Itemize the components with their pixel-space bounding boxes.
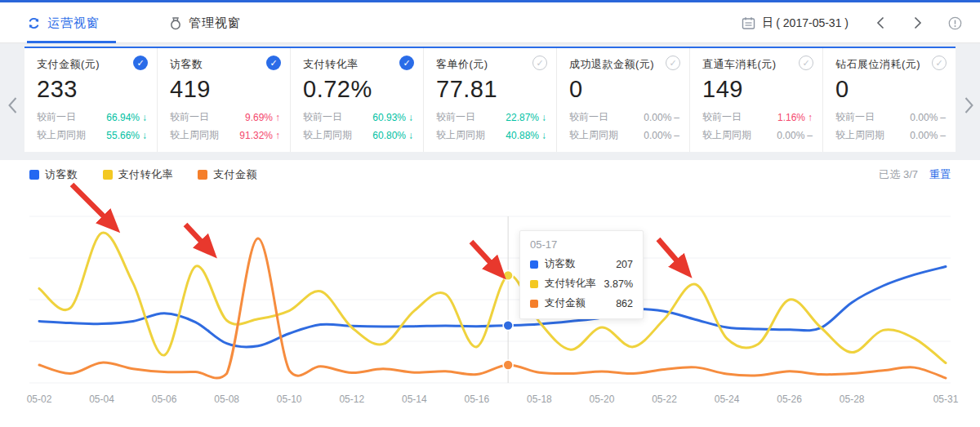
metric-compare-row: 较上周同期0.00%	[702, 128, 813, 142]
compare-value: 60.93%	[372, 112, 413, 123]
metric-card-6[interactable]: 直通车消耗(元)✓149较前一日1.16%较上周同期0.00%	[690, 48, 823, 152]
metric-compare-row: 较上周同期0.00%	[569, 128, 679, 142]
x-axis-label: 05-06	[152, 394, 177, 405]
compare-percent: 66.94%	[106, 112, 140, 123]
trend-up-icon	[273, 130, 280, 141]
metric-card-4[interactable]: 客单价(元)✓77.81较前一日22.87%较上周同期40.88%	[424, 48, 557, 152]
header: 运营视窗管理视窗 日 ( 2017-05-31 )	[0, 0, 980, 43]
highlight-dot-支付金额	[503, 360, 513, 370]
metric-value: 233	[37, 76, 147, 103]
trend-flat-icon	[938, 130, 946, 141]
metric-value: 0	[835, 76, 946, 103]
compare-percent: 22.87%	[506, 112, 539, 123]
check-circle-icon[interactable]: ✓	[266, 56, 281, 70]
metric-title: 直通车消耗(元)	[702, 57, 813, 72]
check-circle-icon[interactable]: ✓	[799, 56, 813, 70]
x-axis-label: 05-16	[465, 394, 490, 405]
tab-operations[interactable]: 运营视窗	[27, 2, 124, 43]
tooltip-value: 3.87%	[604, 278, 633, 290]
compare-label: 较上周同期	[569, 128, 644, 142]
date-prev-button[interactable]	[876, 16, 885, 29]
top-accent-bar	[0, 0, 980, 2]
check-circle-icon[interactable]: ✓	[399, 56, 414, 70]
compare-value: 0.00%	[644, 112, 679, 123]
metric-card-3[interactable]: 支付转化率✓0.72%较前一日60.93%较上周同期60.80%	[291, 48, 424, 152]
management-view-icon	[169, 16, 182, 30]
compare-value: 0.00%	[644, 130, 679, 141]
x-axis-label: 05-14	[402, 394, 427, 405]
compare-label: 较前一日	[303, 110, 372, 124]
chart-panel: 访客数支付转化率支付金额 已选 3/7 重置 05-0205-0405-0605…	[0, 160, 980, 427]
x-axis-label: 05-02	[27, 394, 52, 405]
chart-svg[interactable]: 05-0205-0405-0605-0805-1005-1205-1405-16…	[0, 160, 980, 427]
compare-value: 1.16%	[777, 112, 813, 123]
info-icon[interactable]	[948, 16, 962, 30]
tab-label: 运营视窗	[47, 16, 100, 31]
date-next-button[interactable]	[913, 16, 922, 29]
check-circle-icon[interactable]: ✓	[666, 56, 680, 70]
date-toolbar: 日 ( 2017-05-31 )	[742, 2, 962, 43]
metric-card-1[interactable]: 支付金额(元)✓233较前一日66.94%较上周同期55.66%	[24, 48, 158, 152]
metric-compare-row: 较上周同期40.88%	[436, 128, 546, 142]
check-circle-icon[interactable]: ✓	[532, 56, 547, 70]
annotation-arrow	[658, 239, 685, 270]
metric-card-2[interactable]: 访客数✓419较前一日9.69%较上周同期91.32%	[158, 48, 291, 152]
compare-percent: 9.69%	[245, 112, 273, 123]
metric-title: 访客数	[170, 57, 280, 72]
legend-swatch	[103, 170, 113, 180]
compare-value: 55.66%	[106, 130, 147, 141]
compare-percent: 0.00%	[910, 112, 938, 123]
calendar-icon[interactable]	[742, 16, 755, 30]
metric-compare-row: 较上周同期55.66%	[37, 128, 147, 142]
legend-item[interactable]: 访客数	[29, 167, 78, 182]
metric-card-7[interactable]: 钻石展位消耗(元)✓0较前一日0.00%较上周同期0.00%	[823, 48, 956, 152]
compare-percent: 55.66%	[106, 130, 140, 141]
active-tab-underline	[27, 41, 116, 43]
series-line-访客数	[39, 267, 946, 347]
trend-up-icon	[273, 112, 280, 123]
legend-row: 访客数支付转化率支付金额 已选 3/7 重置	[29, 167, 951, 182]
cards-next-button[interactable]	[964, 96, 974, 118]
metric-compare-row: 较上周同期60.80%	[303, 128, 413, 142]
metric-title: 支付金额(元)	[37, 57, 147, 72]
compare-percent: 0.00%	[644, 112, 671, 123]
check-circle-icon[interactable]: ✓	[932, 56, 947, 70]
chart-legend: 访客数支付转化率支付金额	[29, 167, 879, 182]
compare-percent: 60.80%	[372, 130, 406, 141]
metric-compare-row: 较前一日60.93%	[303, 110, 413, 124]
selected-count: 已选 3/7	[879, 167, 918, 182]
tooltip-rows: 访客数207支付转化率3.87%支付金额862	[530, 257, 633, 310]
metric-value: 77.81	[436, 76, 546, 103]
tab-label: 管理视窗	[189, 16, 241, 31]
compare-label: 较前一日	[835, 110, 910, 124]
compare-value: 0.00%	[910, 112, 946, 123]
legend-label: 支付金额	[213, 167, 257, 182]
x-axis-label: 05-18	[527, 394, 552, 405]
tab-management[interactable]: 管理视窗	[169, 2, 265, 43]
metric-value: 149	[702, 76, 813, 103]
trend-down-icon	[539, 112, 546, 123]
tooltip-value: 207	[616, 259, 633, 270]
metric-value: 0	[569, 76, 679, 103]
compare-percent: 0.00%	[910, 130, 938, 141]
legend-controls: 已选 3/7 重置	[879, 167, 951, 182]
trend-down-icon	[406, 130, 413, 141]
cards-prev-button[interactable]	[7, 96, 18, 118]
metric-compare-row: 较前一日0.00%	[569, 110, 679, 124]
tooltip-row: 访客数207	[530, 257, 633, 271]
compare-value: 66.94%	[106, 112, 147, 123]
trend-down-icon	[539, 130, 546, 141]
operations-view-icon	[27, 16, 41, 30]
date-display[interactable]: ( 2017-05-31 )	[776, 16, 849, 29]
legend-item[interactable]: 支付转化率	[103, 167, 174, 182]
chart-tooltip: 05-17 访客数207支付转化率3.87%支付金额862	[519, 230, 644, 319]
tooltip-swatch	[530, 300, 538, 308]
metric-title: 客单价(元)	[436, 57, 546, 72]
check-circle-icon[interactable]: ✓	[133, 56, 148, 70]
reset-button[interactable]: 重置	[929, 167, 951, 182]
x-axis-label: 05-20	[590, 394, 615, 405]
metric-card-5[interactable]: 成功退款金额(元)✓0较前一日0.00%较上周同期0.00%	[557, 48, 690, 152]
legend-item[interactable]: 支付金额	[198, 167, 257, 182]
legend-swatch	[198, 170, 207, 180]
date-granularity[interactable]: 日	[762, 16, 773, 30]
